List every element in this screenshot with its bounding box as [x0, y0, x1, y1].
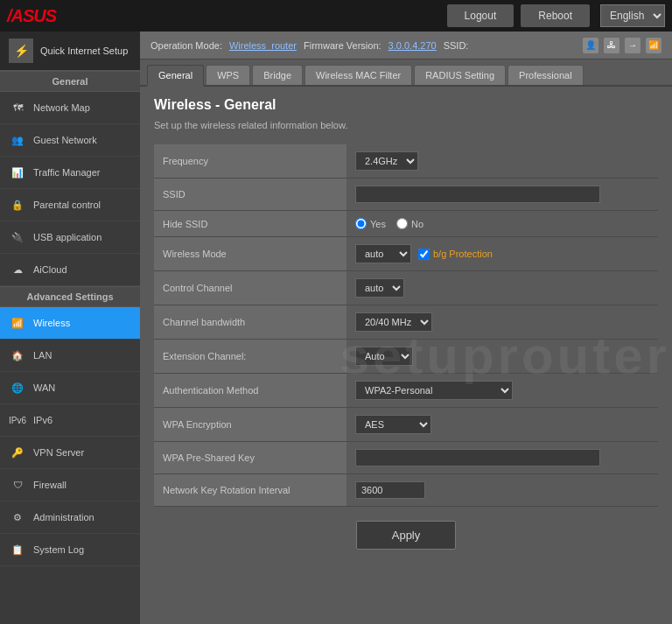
sidebar-item-traffic-manager[interactable]: 📊 Traffic Manager: [0, 157, 140, 189]
tab-general[interactable]: General: [147, 65, 204, 87]
sidebar-ipv6-label: IPv6: [33, 415, 52, 425]
frequency-select[interactable]: 2.4GHz 5GHz: [355, 151, 418, 171]
hide-ssid-yes-text: Yes: [370, 219, 386, 229]
ssid-row: SSID: [154, 179, 658, 211]
tab-professional[interactable]: Professional: [508, 65, 584, 85]
sidebar-item-wireless[interactable]: 📶 Wireless: [0, 307, 140, 340]
frequency-row: Frequency 2.4GHz 5GHz: [154, 144, 658, 179]
sidebar-item-ipv6[interactable]: IPv6 IPv6: [0, 404, 140, 437]
main-content: Operation Mode: Wireless_router Firmware…: [140, 32, 672, 624]
sidebar-item-network-map[interactable]: 🗺 Network Map: [0, 92, 140, 124]
sidebar-firewall-label: Firewall: [33, 480, 66, 490]
page-title: Wireless - General: [154, 97, 658, 113]
network-icon: 🖧: [604, 38, 620, 53]
channel-bandwidth-row: Channel bandwidth 20/40 MHz 20 MHz 40 MH…: [154, 305, 658, 340]
operation-mode-value[interactable]: Wireless_router: [229, 40, 297, 51]
reboot-button[interactable]: Reboot: [521, 4, 590, 27]
info-bar: Operation Mode: Wireless_router Firmware…: [140, 32, 672, 60]
tab-bridge[interactable]: Bridge: [252, 65, 303, 85]
arrow-icon: →: [625, 38, 640, 53]
network-key-input[interactable]: [355, 481, 425, 499]
auth-method-select[interactable]: WPA2-Personal WPA-Personal Open System S…: [355, 381, 513, 400]
sidebar-item-system-log[interactable]: 📋 System Log: [0, 534, 140, 566]
lan-icon: 🏠: [9, 347, 26, 364]
sidebar-item-administration[interactable]: ⚙ Administration: [0, 501, 140, 534]
ssid-input[interactable]: [355, 186, 600, 203]
language-select[interactable]: English: [600, 4, 665, 27]
wpa-preshared-input[interactable]: [355, 449, 600, 466]
tab-radius-setting[interactable]: RADIUS Setting: [414, 65, 506, 85]
wpa-encryption-select[interactable]: AES TKIP TKIP+AES: [355, 415, 431, 434]
sidebar-item-firewall[interactable]: 🛡 Firewall: [0, 469, 140, 501]
wireless-mode-label: Wireless Mode: [154, 237, 346, 271]
sidebar-item-aicloud[interactable]: ☁ AiCloud: [0, 254, 140, 286]
ssid-label: SSID:: [444, 40, 469, 51]
ssid-value-cell: [346, 179, 658, 211]
frequency-value-cell: 2.4GHz 5GHz: [346, 144, 658, 179]
wan-icon: 🌐: [9, 379, 26, 396]
sidebar-item-lan[interactable]: 🏠 LAN: [0, 340, 140, 372]
hide-ssid-label: Hide SSID: [154, 211, 346, 237]
quick-setup-icon: ⚡: [9, 39, 33, 63]
network-map-icon: 🗺: [9, 99, 26, 116]
tab-wps[interactable]: WPS: [206, 65, 250, 85]
tab-wireless-mac-filter[interactable]: Wireless MAC Filter: [304, 65, 412, 85]
tab-bar: General WPS Bridge Wireless MAC Filter R…: [140, 60, 672, 87]
apply-button[interactable]: Apply: [356, 521, 457, 550]
vpn-icon: 🔑: [9, 444, 26, 461]
sidebar-item-usb-application[interactable]: 🔌 USB application: [0, 221, 140, 254]
hide-ssid-yes-radio[interactable]: [355, 218, 367, 229]
sidebar-item-vpn-server[interactable]: 🔑 VPN Server: [0, 437, 140, 469]
ssid-label: SSID: [154, 179, 346, 211]
sidebar-item-guest-network[interactable]: 👥 Guest Network: [0, 124, 140, 157]
frequency-label: Frequency: [154, 144, 346, 179]
bg-protection-checkbox[interactable]: [418, 249, 430, 260]
sidebar-item-wan[interactable]: 🌐 WAN: [0, 372, 140, 404]
auth-method-label: Authentication Method: [154, 374, 346, 408]
extension-channel-label: Extension Channel:: [154, 340, 346, 374]
hide-ssid-value-cell: Yes No: [346, 211, 658, 237]
traffic-manager-icon: 📊: [9, 164, 26, 181]
sidebar-item-quick-internet-setup[interactable]: ⚡ Quick Internet Setup: [0, 32, 140, 71]
hide-ssid-radio-group: Yes No: [355, 218, 649, 229]
signal-icon: 📶: [646, 38, 662, 53]
sidebar-item-parental-control[interactable]: 🔒 Parental control: [0, 189, 140, 221]
main-layout: ⚡ Quick Internet Setup General 🗺 Network…: [0, 32, 672, 624]
hide-ssid-row: Hide SSID Yes No: [154, 211, 658, 237]
bg-protection-text: b/g Protection: [433, 249, 493, 259]
firmware-value[interactable]: 3.0.0.4.270: [388, 40, 437, 51]
wpa-preshared-value-cell: [346, 442, 658, 474]
extension-channel-select[interactable]: Auto Above Below: [355, 347, 413, 366]
parental-control-icon: 🔒: [9, 196, 26, 214]
control-channel-label: Control Channel: [154, 271, 346, 305]
sidebar-administration-label: Administration: [33, 512, 94, 522]
sidebar-traffic-manager-label: Traffic Manager: [33, 167, 100, 178]
bg-protection-label[interactable]: b/g Protection: [418, 249, 493, 260]
auth-method-row: Authentication Method WPA2-Personal WPA-…: [154, 374, 658, 408]
firmware-label: Firmware Version:: [304, 40, 382, 51]
sidebar-guest-network-label: Guest Network: [33, 135, 97, 145]
network-key-value-cell: [346, 474, 658, 507]
sidebar: ⚡ Quick Internet Setup General 🗺 Network…: [0, 32, 140, 624]
control-channel-select[interactable]: auto 1 6 11: [355, 278, 404, 298]
network-key-row: Network Key Rotation Interval: [154, 474, 658, 507]
firewall-icon: 🛡: [9, 476, 26, 494]
sidebar-wan-label: WAN: [33, 382, 55, 393]
hide-ssid-no-radio[interactable]: [396, 218, 408, 229]
control-channel-row: Control Channel auto 1 6 11: [154, 271, 658, 305]
hide-ssid-no-label[interactable]: No: [396, 218, 424, 229]
wpa-encryption-value-cell: AES TKIP TKIP+AES: [346, 408, 658, 442]
guest-network-icon: 👥: [9, 131, 26, 149]
usb-application-icon: 🔌: [9, 228, 26, 246]
wireless-icon: 📶: [9, 314, 26, 332]
wireless-mode-select[interactable]: auto b only g only n only: [355, 244, 411, 263]
control-channel-value-cell: auto 1 6 11: [346, 271, 658, 305]
apply-row: Apply: [154, 521, 658, 550]
hide-ssid-yes-label[interactable]: Yes: [355, 218, 386, 229]
sidebar-usb-label: USB application: [33, 232, 102, 242]
channel-bandwidth-select[interactable]: 20/40 MHz 20 MHz 40 MHz: [355, 312, 432, 332]
sidebar-advanced-header: Advanced Settings: [0, 286, 140, 307]
channel-bandwidth-label: Channel bandwidth: [154, 305, 346, 340]
logout-button[interactable]: Logout: [447, 4, 514, 27]
ipv6-icon: IPv6: [9, 411, 26, 429]
